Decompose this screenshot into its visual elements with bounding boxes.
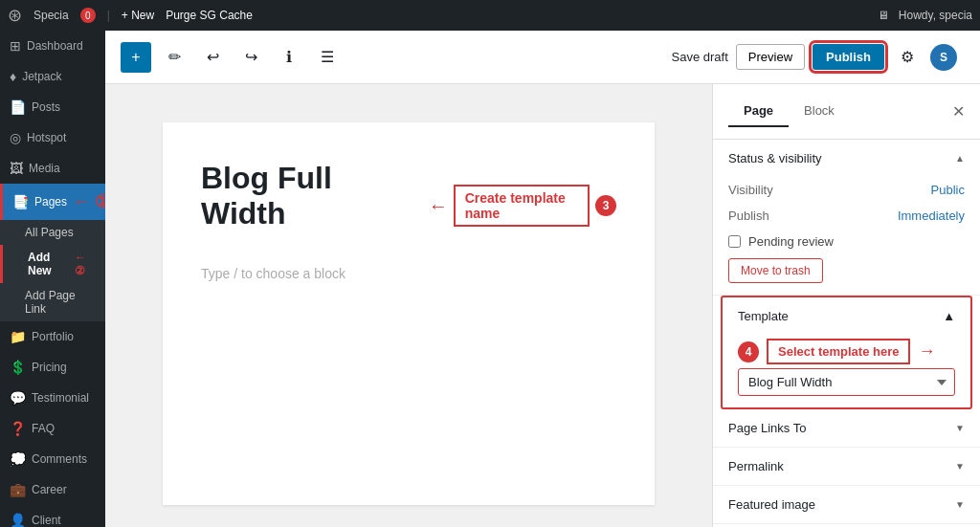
sidebar-item-posts[interactable]: 📄 Posts [0, 92, 105, 122]
page-block: Blog Full Width ← Create template name 3… [163, 122, 655, 505]
submenu-add-new[interactable]: Add New ← ② [0, 245, 105, 283]
sidebar-item-career[interactable]: 💼 Career [0, 474, 105, 505]
editor-content: Blog Full Width ← Create template name 3… [105, 84, 980, 527]
template-header[interactable]: Template ▲ [723, 297, 970, 335]
template-section-wrapper: Template ▲ 4 Select template here → [713, 296, 980, 409]
status-visibility-header[interactable]: Status & visibility ▲ [713, 140, 980, 177]
right-arrow-icon: → [918, 341, 935, 362]
status-chevron-icon: ▲ [955, 153, 965, 164]
editor-canvas[interactable]: Blog Full Width ← Create template name 3… [105, 84, 712, 527]
sidebar-item-media[interactable]: 🖼 Media [0, 153, 105, 184]
admin-bar-right: 🖥 Howdy, specia [878, 9, 972, 22]
wp-logo-icon: ⊛ [8, 5, 22, 26]
permalink-chevron-icon: ▼ [955, 461, 965, 472]
purge-cache-button[interactable]: Purge SG Cache [166, 9, 253, 22]
comments-icon: 💭 [10, 451, 26, 467]
jetpack-icon: ♦ [10, 69, 16, 84]
tab-block[interactable]: Block [789, 96, 850, 127]
pages-submenu: All Pages Add New ← ② Add Page Link [0, 220, 105, 321]
dashboard-icon: ⊞ [10, 38, 21, 54]
submenu-all-pages[interactable]: All Pages [0, 220, 105, 245]
submenu-add-page-link[interactable]: Add Page Link [0, 283, 105, 321]
pending-review-checkbox[interactable] [728, 235, 741, 248]
testimonial-icon: 💬 [10, 390, 26, 406]
publish-button[interactable]: Publish [813, 44, 884, 70]
panel-close-button[interactable]: ✕ [952, 102, 965, 121]
career-icon: 💼 [10, 482, 26, 497]
notification-badge: 0 [80, 8, 96, 23]
status-visibility-content: Visibility Public Publish Immediately Pe… [713, 177, 980, 295]
template-select-wrapper: Blog Full Width [723, 368, 970, 407]
panel-header: Page Block ✕ [713, 84, 980, 140]
sidebar-item-jetpack[interactable]: ♦ Jetpack [0, 61, 105, 92]
save-draft-button[interactable]: Save draft [672, 50, 728, 64]
sidebar-item-pricing[interactable]: 💲 Pricing [0, 352, 105, 383]
pages-icon: 📑 [12, 194, 29, 209]
howdy-text: Howdy, specia [899, 9, 972, 22]
sidebar-item-dashboard[interactable]: ⊞ Dashboard [0, 31, 105, 61]
featured-image-chevron-icon: ▼ [955, 499, 965, 510]
template-section: Template ▲ 4 Select template here → [721, 296, 972, 409]
redo-button[interactable]: ↪ [235, 42, 266, 73]
featured-image-section[interactable]: Featured image ▼ [713, 486, 980, 524]
publish-value[interactable]: Immediately [898, 209, 965, 223]
media-icon: 🖼 [10, 161, 23, 176]
admin-bar: ⊛ Specia 0 | + New Purge SG Cache 🖥 Howd… [0, 0, 980, 31]
hotspot-icon: ◎ [10, 130, 21, 145]
step3-circle: 3 [595, 195, 616, 216]
sidebar-item-hotspot[interactable]: ◎ Hotspot [0, 122, 105, 153]
list-view-button[interactable]: ☰ [312, 42, 343, 73]
sidebar-item-client[interactable]: 👤 Client [0, 505, 105, 527]
select-template-box: Select template here [767, 339, 910, 364]
add-block-button[interactable]: + [121, 42, 151, 73]
edit-icon[interactable]: ✏ [159, 42, 189, 73]
info-button[interactable]: ℹ [274, 42, 304, 73]
select-template-annotation: 4 Select template here → [723, 335, 970, 368]
sidebar-item-testimonial[interactable]: 💬 Testimonial [0, 383, 105, 413]
page-links-to-section[interactable]: Page Links To ▼ [713, 409, 980, 448]
right-panel: Page Block ✕ Status & visibility ▲ [712, 84, 980, 527]
status-visibility-section: Status & visibility ▲ Visibility Public … [713, 140, 980, 296]
pending-review-row: Pending review [728, 229, 965, 254]
step1-indicator: ← ① [73, 191, 105, 212]
screen-icon: 🖥 [878, 9, 889, 22]
template-chevron-icon: ▲ [943, 309, 955, 323]
page-links-chevron-icon: ▼ [955, 423, 965, 433]
site-name[interactable]: Specia [33, 9, 69, 22]
sidebar-item-pages[interactable]: 📑 Pages ← ① [0, 184, 105, 220]
user-avatar[interactable]: S [930, 44, 957, 71]
sidebar-item-comments[interactable]: 💭 Comments [0, 444, 105, 474]
permalink-section[interactable]: Permalink ▼ [713, 448, 980, 486]
publish-row: Publish Immediately [728, 203, 965, 229]
editor-toolbar: + ✏ ↩ ↪ ℹ ☰ Save draft Preview Publish ⚙… [105, 31, 980, 84]
step2-indicator: ← ② [75, 251, 96, 277]
client-icon: 👤 [10, 513, 26, 527]
create-template-name-box: Create template name [454, 185, 590, 227]
visibility-row: Visibility Public [728, 177, 965, 203]
sidebar-item-faq[interactable]: ❓ FAQ [0, 413, 105, 444]
move-to-trash-button[interactable]: Move to trash [728, 258, 823, 283]
step4-circle: 4 [738, 341, 759, 362]
panel-tabs: Page Block [728, 96, 850, 127]
tab-page[interactable]: Page [728, 96, 789, 127]
portfolio-icon: 📁 [10, 329, 26, 344]
sidebar-item-portfolio[interactable]: 📁 Portfolio [0, 321, 105, 352]
sidebar: ⊞ Dashboard ♦ Jetpack 📄 Posts ◎ Hotspot … [0, 31, 105, 527]
undo-button[interactable]: ↩ [197, 42, 228, 73]
preview-button[interactable]: Preview [736, 44, 805, 70]
left-arrow-icon: ← [429, 195, 448, 217]
template-select[interactable]: Blog Full Width [738, 368, 955, 396]
pricing-icon: 💲 [10, 360, 26, 375]
new-button[interactable]: + New [122, 9, 154, 22]
posts-icon: 📄 [10, 99, 26, 115]
block-placeholder[interactable]: Type / to choose a block [201, 266, 616, 281]
toolbar-right: Save draft Preview Publish ⚙ S [672, 42, 957, 73]
step3-annotation: ← Create template name 3 [429, 185, 616, 227]
faq-icon: ❓ [10, 421, 26, 436]
title-annotation-container: Blog Full Width ← Create template name 3 [201, 161, 616, 251]
visibility-value[interactable]: Public [931, 183, 965, 197]
settings-button[interactable]: ⚙ [892, 42, 923, 73]
page-title[interactable]: Blog Full Width [201, 161, 398, 231]
